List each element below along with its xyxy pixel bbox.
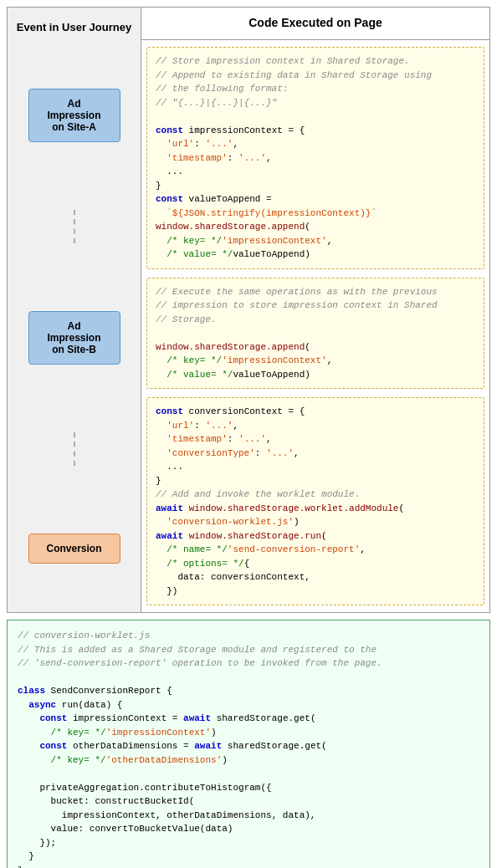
- code-block-b: // Execute the same operations as with t…: [146, 278, 484, 390]
- main-container: Event in User Journey Ad Impressionon Si…: [0, 0, 497, 868]
- event-conversion: Conversion: [28, 534, 120, 564]
- dashed-line-1: [74, 210, 75, 243]
- right-col-header: Code Executed on Page: [141, 8, 489, 40]
- left-column: Event in User Journey Ad Impressionon Si…: [8, 8, 141, 612]
- code-block-a: // Store impression context in Shared St…: [146, 47, 484, 269]
- top-section: Event in User Journey Ad Impressionon Si…: [7, 7, 490, 613]
- right-column: Code Executed on Page // Store impressio…: [141, 8, 489, 612]
- bottom-code: // conversion-worklet.js // This is adde…: [18, 629, 479, 868]
- dashed-line-2: [74, 432, 75, 466]
- code-sections: // Store impression context in Shared St…: [141, 40, 489, 612]
- journey-events: Ad Impressionon Site-A Ad Impressionon S…: [8, 47, 141, 605]
- left-col-header: Event in User Journey: [8, 14, 140, 47]
- code-block-a-content: // Store impression context in Shared St…: [156, 54, 475, 262]
- event-site-b: Ad Impressionon Site-B: [28, 311, 120, 365]
- bottom-section: // conversion-worklet.js // This is adde…: [7, 620, 490, 868]
- event-site-a: Ad Impressionon Site-A: [28, 89, 120, 142]
- code-block-b-content: // Execute the same operations as with t…: [156, 285, 475, 382]
- code-block-c-content: const conversionContext = { 'url': '...'…: [156, 405, 475, 598]
- code-block-c: const conversionContext = { 'url': '...'…: [146, 397, 484, 605]
